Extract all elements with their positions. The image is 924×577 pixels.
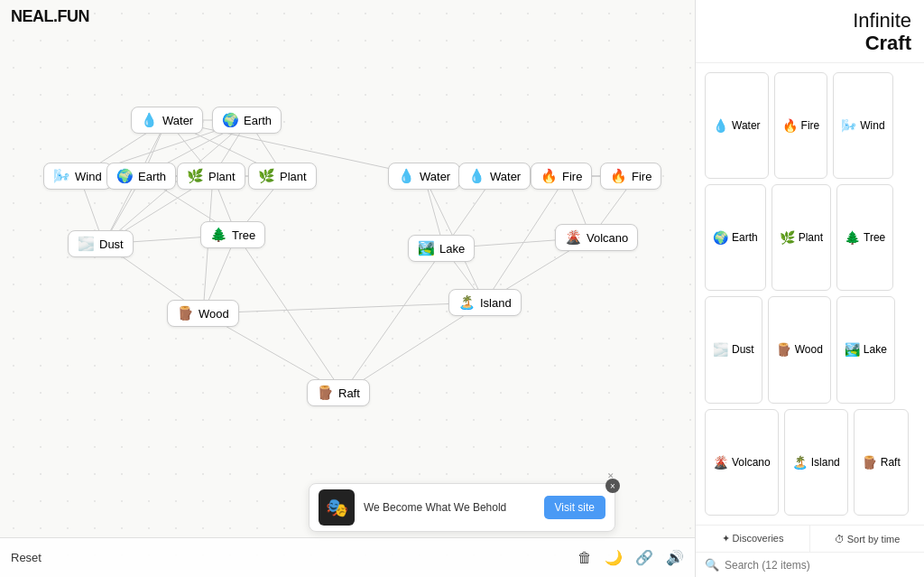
chip-label-water: Water [732, 119, 761, 132]
ad-text: We Become What We Behold [364, 501, 535, 514]
chip-label-plant: Plant [799, 231, 823, 244]
node-n-island[interactable]: 🏝️Island [448, 289, 522, 316]
node-n-fire2[interactable]: 🔥Fire [600, 163, 661, 190]
node-icon-n-tree: 🌲 [210, 227, 227, 243]
bottom-icons: 🗑 🌙 🔗 🔊 [578, 549, 684, 566]
edge-n-island-n-wood [203, 302, 485, 313]
node-n-wind[interactable]: 🌬️Wind [43, 163, 112, 190]
ad-close-button[interactable]: × [605, 479, 620, 493]
node-icon-n-earth2: 🌍 [116, 168, 134, 184]
sidebar-footer: ✦ Discoveries ⏱ Sort by time 🔍 [696, 525, 924, 577]
chip-island[interactable]: 🏝️Island [784, 409, 848, 516]
chip-raft[interactable]: 🪵Raft [854, 409, 909, 516]
node-n-water3[interactable]: 💧Water [458, 163, 531, 190]
moon-icon[interactable]: 🌙 [605, 549, 623, 566]
chip-label-volcano: Volcano [732, 456, 771, 469]
brand-title: Infinite Craft [696, 0, 924, 63]
chip-icon-wind: 🌬️ [841, 118, 856, 133]
node-n-wood[interactable]: 🪵Wood [167, 300, 239, 327]
node-n-earth2[interactable]: 🌍Earth [106, 163, 176, 190]
chip-label-lake: Lake [864, 343, 887, 356]
chip-plant[interactable]: 🌿Plant [772, 184, 831, 291]
node-label-n-water3: Water [490, 170, 521, 183]
bottom-bar: Reset 🗑 🌙 🔗 🔊 [0, 537, 695, 577]
visit-button[interactable]: Visit site [544, 496, 605, 519]
node-icon-n-earth1: 🌍 [222, 112, 239, 128]
node-n-volcano[interactable]: 🌋Volcano [555, 224, 638, 251]
chip-water[interactable]: 💧Water [705, 72, 769, 179]
chip-label-island: Island [811, 456, 840, 469]
chip-icon-dust: 🌫️ [713, 342, 728, 357]
chip-wood[interactable]: 🪵Wood [768, 296, 831, 403]
node-icon-n-fire1: 🔥 [541, 168, 558, 184]
sound-icon[interactable]: 🔊 [666, 549, 684, 566]
search-input[interactable] [725, 559, 915, 572]
chip-wind[interactable]: 🌬️Wind [833, 72, 892, 179]
node-n-earth1[interactable]: 🌍Earth [212, 107, 282, 134]
node-n-raft[interactable]: 🪵Raft [307, 379, 370, 406]
graph-svg [0, 0, 695, 537]
chip-icon-fire: 🔥 [782, 118, 798, 133]
node-label-n-raft: Raft [338, 386, 360, 400]
chip-volcano[interactable]: 🌋Volcano [705, 409, 779, 516]
node-n-water2[interactable]: 💧Water [388, 163, 460, 190]
node-icon-n-plant2: 🌿 [258, 168, 275, 184]
node-label-n-fire2: Fire [632, 170, 651, 183]
chip-icon-tree: 🌲 [845, 230, 860, 245]
search-bar: 🔍 [696, 553, 924, 577]
node-n-dust[interactable]: 🌫️Dust [68, 230, 134, 257]
discoveries-btn[interactable]: ✦ Discoveries [696, 526, 810, 552]
node-icon-n-wood: 🪵 [177, 305, 194, 321]
node-icon-n-water3: 💧 [468, 168, 485, 184]
node-label-n-island: Island [480, 296, 512, 310]
node-n-plant1[interactable]: 🌿Plant [177, 163, 245, 190]
node-n-plant2[interactable]: 🌿Plant [248, 163, 317, 190]
chip-label-dust: Dust [732, 343, 754, 356]
node-icon-n-fire2: 🔥 [610, 168, 627, 184]
node-label-n-plant2: Plant [280, 170, 307, 183]
chip-icon-volcano: 🌋 [713, 455, 728, 470]
node-icon-n-wind: 🌬️ [53, 168, 70, 184]
chip-label-tree: Tree [864, 231, 885, 244]
chip-tree[interactable]: 🌲Tree [836, 184, 893, 291]
chip-label-raft: Raft [881, 456, 901, 469]
ad-banner: ✕ 🎭 We Become What We Behold Visit site … [309, 483, 615, 532]
chip-icon-lake: 🏞️ [845, 342, 860, 357]
node-icon-n-water1: 💧 [141, 112, 158, 128]
node-label-n-tree: Tree [232, 228, 255, 242]
chip-label-earth: Earth [732, 231, 758, 244]
node-label-n-plant1: Plant [208, 170, 236, 183]
node-n-water1[interactable]: 💧Water [131, 107, 203, 134]
node-n-tree[interactable]: 🌲Tree [200, 221, 265, 248]
chip-label-fire: Fire [801, 119, 820, 132]
logo: NEAL.FUN [11, 7, 89, 26]
chip-lake[interactable]: 🏞️Lake [836, 296, 895, 403]
node-label-n-wind: Wind [75, 170, 102, 183]
sort-btn[interactable]: ⏱ Sort by time [810, 526, 924, 552]
node-icon-n-water2: 💧 [398, 168, 415, 184]
node-n-fire1[interactable]: 🔥Fire [531, 163, 592, 190]
chip-icon-earth: 🌍 [713, 230, 728, 245]
elements-grid: 💧Water🔥Fire🌬️Wind🌍Earth🌿Plant🌲Tree🌫️Dust… [696, 63, 924, 525]
node-icon-n-volcano: 🌋 [565, 229, 582, 246]
chip-icon-plant: 🌿 [780, 230, 795, 245]
node-n-lake[interactable]: 🏞️Lake [408, 235, 475, 262]
trash-icon[interactable]: 🗑 [578, 550, 592, 566]
node-icon-n-raft: 🪵 [317, 385, 334, 401]
chip-dust[interactable]: 🌫️Dust [705, 296, 762, 403]
share-icon[interactable]: 🔗 [635, 549, 653, 566]
chip-icon-raft: 🪵 [862, 455, 877, 470]
search-icon: 🔍 [705, 558, 719, 572]
chip-earth[interactable]: 🌍Earth [705, 184, 766, 291]
node-label-n-earth2: Earth [138, 170, 166, 183]
node-label-n-earth1: Earth [244, 114, 272, 127]
chip-fire[interactable]: 🔥Fire [774, 72, 828, 179]
reset-button[interactable]: Reset [11, 551, 42, 564]
node-icon-n-island: 🏝️ [458, 294, 476, 311]
node-label-n-lake: Lake [439, 242, 465, 256]
node-icon-n-plant1: 🌿 [187, 168, 204, 184]
ad-image: 🎭 [319, 489, 355, 526]
node-icon-n-lake: 🏞️ [418, 240, 435, 256]
node-label-n-dust: Dust [99, 237, 124, 251]
chip-label-wind: Wind [860, 119, 884, 132]
